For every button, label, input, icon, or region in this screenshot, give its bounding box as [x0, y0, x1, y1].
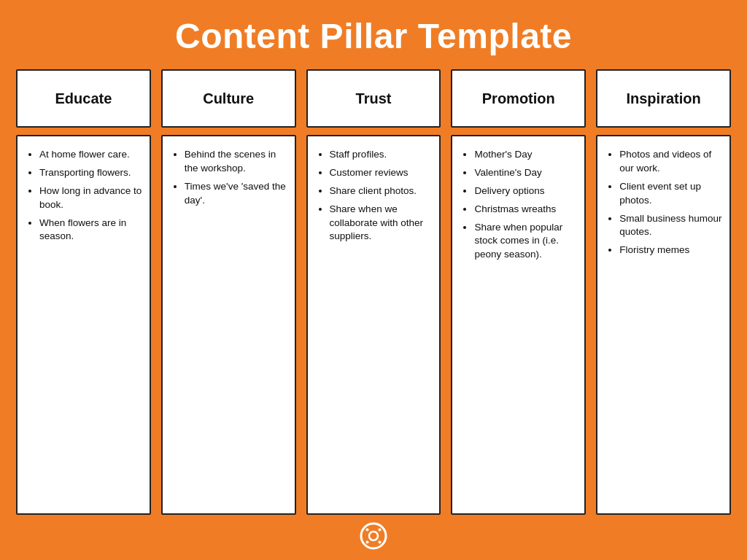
svg-point-3: [379, 529, 382, 532]
svg-point-1: [369, 532, 378, 540]
pillar-body-inspiration: Photos and videos of our work.Client eve…: [596, 135, 731, 515]
list-item: Behind the scenes in the workshop.: [185, 148, 287, 176]
list-item: At home flower care.: [39, 148, 142, 162]
list-item: Staff profiles.: [330, 148, 433, 162]
pillar-list-culture: Behind the scenes in the workshop.Times …: [173, 148, 287, 208]
pillar-educate: EducateAt home flower care.Transporting …: [16, 69, 151, 515]
pillar-list-educate: At home flower care.Transporting flowers…: [28, 148, 142, 244]
pillar-header-educate: Educate: [16, 69, 151, 128]
pillar-body-trust: Staff profiles.Customer reviewsShare cli…: [306, 135, 441, 515]
list-item: Customer reviews: [330, 166, 433, 180]
pillar-promotion: PromotionMother's DayValentine's DayDeli…: [451, 69, 586, 515]
svg-point-5: [379, 541, 382, 544]
pillar-header-text-culture: Culture: [203, 90, 254, 107]
pillar-inspiration: InspirationPhotos and videos of our work…: [596, 69, 731, 515]
list-item: Share when we collaborate with other sup…: [330, 203, 433, 244]
footer: [360, 515, 387, 560]
svg-point-2: [366, 529, 369, 532]
pillar-body-culture: Behind the scenes in the workshop.Times …: [161, 135, 296, 515]
list-item: Delivery options: [474, 184, 577, 198]
list-item: Transporting flowers.: [39, 166, 142, 180]
pillar-header-inspiration: Inspiration: [596, 69, 731, 128]
list-item: Christmas wreaths: [474, 203, 577, 217]
svg-point-4: [366, 541, 369, 544]
pillar-list-trust: Staff profiles.Customer reviewsShare cli…: [318, 148, 433, 244]
pillar-header-culture: Culture: [161, 69, 296, 128]
list-item: Valentine's Day: [474, 166, 577, 180]
pillar-trust: TrustStaff profiles.Customer reviewsShar…: [306, 69, 441, 515]
page-title: Content Pillar Template: [175, 16, 572, 56]
list-item: How long in advance to book.: [39, 184, 142, 212]
footer-icon: [360, 522, 387, 550]
pillar-list-promotion: Mother's DayValentine's DayDelivery opti…: [462, 148, 577, 262]
list-item: Small business humour quotes.: [619, 212, 722, 240]
list-item: Photos and videos of our work.: [619, 148, 722, 176]
pillar-header-text-trust: Trust: [356, 90, 392, 107]
pillar-body-educate: At home flower care.Transporting flowers…: [16, 135, 151, 515]
list-item: Share client photos.: [330, 184, 433, 198]
svg-point-0: [361, 524, 386, 548]
pillar-header-text-educate: Educate: [55, 90, 112, 107]
pillar-culture: CultureBehind the scenes in the workshop…: [161, 69, 296, 515]
pillar-header-text-promotion: Promotion: [482, 90, 555, 107]
list-item: Share when popular stock comes in (i.e. …: [474, 221, 577, 262]
list-item: Client event set up photos.: [619, 180, 722, 208]
pillar-header-promotion: Promotion: [451, 69, 586, 128]
pillar-header-text-inspiration: Inspiration: [626, 90, 700, 107]
pillar-header-trust: Trust: [306, 69, 441, 128]
list-item: Times we've 'saved the day'.: [185, 180, 287, 208]
pillars-container: EducateAt home flower care.Transporting …: [0, 69, 747, 515]
pillar-list-inspiration: Photos and videos of our work.Client eve…: [608, 148, 722, 257]
list-item: Floristry memes: [619, 244, 722, 257]
list-item: When flowers are in season.: [39, 217, 142, 244]
pillar-body-promotion: Mother's DayValentine's DayDelivery opti…: [451, 135, 586, 515]
list-item: Mother's Day: [474, 148, 577, 162]
